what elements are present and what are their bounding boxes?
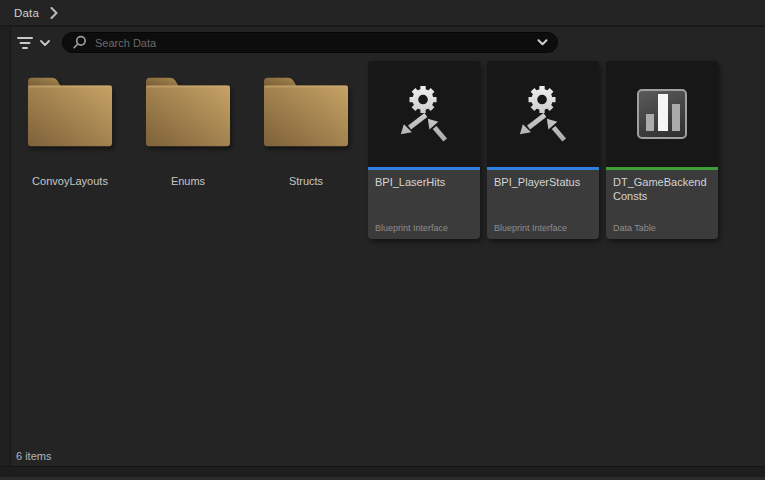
search-icon xyxy=(72,35,87,50)
blueprint-interface-icon xyxy=(397,84,451,144)
data-table-icon xyxy=(637,89,687,139)
folder-label: ConvoyLayouts xyxy=(32,175,108,188)
folder-label: Enums xyxy=(171,175,205,188)
asset-thumbnail xyxy=(368,61,480,167)
folder-icon xyxy=(262,75,350,149)
asset-label-area: BPI_PlayerStatus Blueprint Interface xyxy=(487,170,599,239)
folder-item-convoylayouts[interactable]: ConvoyLayouts xyxy=(11,58,129,188)
asset-item-bpi_playerstatus[interactable]: BPI_PlayerStatus Blueprint Interface xyxy=(487,61,599,239)
asset-item-dt_gamebackendconsts[interactable]: DT_GameBackendConsts Data Table xyxy=(606,61,718,239)
asset-item-bpi_laserhits[interactable]: BPI_LaserHits Blueprint Interface xyxy=(368,61,480,239)
asset-type-label: Blueprint Interface xyxy=(375,223,473,233)
breadcrumb-item-data[interactable]: Data xyxy=(14,7,39,19)
panel-splitter[interactable] xyxy=(0,27,11,466)
asset-thumbnail xyxy=(487,61,599,167)
data-table-bar-medium xyxy=(672,104,680,131)
content-browser-toolbar xyxy=(0,27,765,58)
search-box[interactable] xyxy=(62,32,558,53)
folder-icon xyxy=(144,75,232,149)
filter-chevron-down-icon xyxy=(40,40,50,46)
filter-funnel-icon xyxy=(16,36,34,50)
asset-label-area: BPI_LaserHits Blueprint Interface xyxy=(368,170,480,239)
asset-grid: ConvoyLayouts Enums Structs xyxy=(11,58,765,450)
asset-type-label: Blueprint Interface xyxy=(494,223,592,233)
asset-type-label: Data Table xyxy=(613,223,711,233)
data-table-bar-short xyxy=(646,114,654,131)
breadcrumb-bar: Data xyxy=(0,0,765,27)
bottom-panel-edge xyxy=(0,466,765,480)
data-table-bar-tall xyxy=(658,94,668,131)
blueprint-interface-icon xyxy=(516,84,570,144)
asset-thumbnail xyxy=(606,61,718,167)
asset-name: BPI_PlayerStatus xyxy=(494,175,592,189)
folder-item-enums[interactable]: Enums xyxy=(129,58,247,188)
folder-icon xyxy=(26,75,114,149)
asset-label-area: DT_GameBackendConsts Data Table xyxy=(606,170,718,239)
items-count-label: 6 items xyxy=(16,450,51,462)
search-history-chevron-icon[interactable] xyxy=(537,39,548,46)
filters-button[interactable] xyxy=(16,36,50,50)
asset-name: BPI_LaserHits xyxy=(375,175,473,189)
search-input[interactable] xyxy=(93,36,537,50)
folder-item-structs[interactable]: Structs xyxy=(247,58,365,188)
breadcrumb-chevron-right-icon[interactable] xyxy=(50,7,58,19)
folder-label: Structs xyxy=(289,175,323,188)
asset-name: DT_GameBackendConsts xyxy=(613,175,711,204)
